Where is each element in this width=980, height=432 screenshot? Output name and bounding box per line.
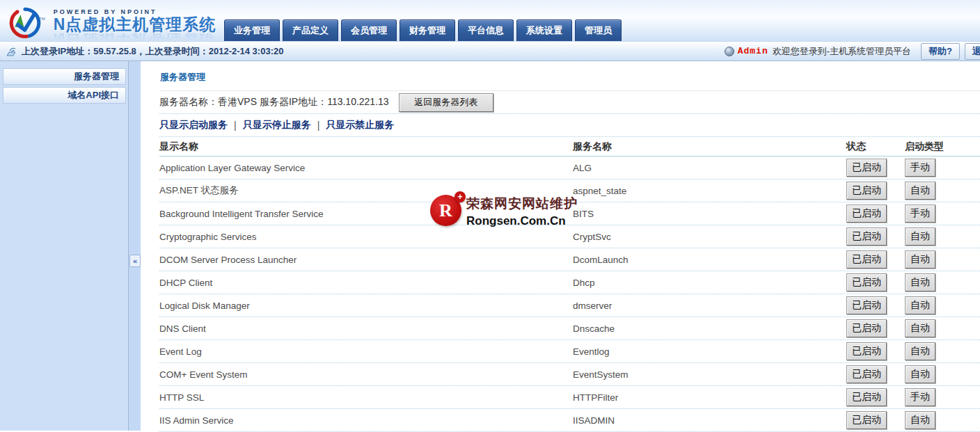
service-status-button[interactable]: 已启动 (846, 411, 887, 429)
service-name: EventSystem (573, 369, 846, 380)
service-display-name: DNS Client (159, 323, 573, 334)
table-row: Background Intelligent Transfer ServiceB… (159, 202, 980, 225)
service-status-button[interactable]: 已启动 (846, 159, 887, 177)
main-nav: 业务管理产品定义会员管理财务管理平台信息系统设置管理员 (224, 19, 624, 41)
startup-cell: 自动 (905, 319, 935, 337)
nav-tab-3[interactable]: 会员管理 (341, 19, 397, 41)
nav-tab-5[interactable]: 平台信息 (458, 19, 514, 41)
table-row: ASP.NET 状态服务aspnet_state已启动自动 (159, 179, 980, 202)
status-cell: 已启动 (846, 273, 887, 291)
startup-cell: 自动 (905, 365, 935, 383)
network-antenna-icon (6, 46, 17, 56)
admin-name: Admin (738, 46, 768, 56)
startup-cell: 手动 (905, 159, 935, 177)
service-startup-type-button[interactable]: 手动 (905, 388, 935, 406)
service-status-button[interactable]: 已启动 (846, 319, 887, 337)
startup-cell: 自动 (905, 296, 935, 314)
service-startup-type-button[interactable]: 自动 (905, 411, 935, 429)
filter-separator: | (234, 120, 237, 131)
service-display-name: Application Layer Gateway Service (159, 163, 573, 173)
startup-cell: 自动 (905, 250, 935, 269)
table-row: COM+ Event SystemEventSystem已启动自动 (159, 363, 980, 386)
service-name: dmserver (573, 301, 846, 311)
table-row: HTTP SSLHTTPFilter已启动手动 (159, 386, 980, 409)
service-display-name: Background Intelligent Transfer Service (159, 209, 573, 219)
service-startup-type-button[interactable]: 自动 (905, 296, 935, 314)
nav-tab-6[interactable]: 系统设置 (516, 19, 572, 41)
service-startup-type-button[interactable]: 自动 (905, 182, 935, 200)
table-row: DNS ClientDnscache已启动自动 (159, 317, 980, 340)
service-startup-type-button[interactable]: 自动 (905, 227, 935, 246)
service-display-name: Logical Disk Manager (159, 301, 573, 311)
service-display-name: DHCP Client (159, 278, 573, 288)
service-name: Dhcp (573, 278, 846, 288)
service-startup-type-button[interactable]: 自动 (905, 273, 935, 291)
sidebar: 服务器管理域名API接口 (0, 61, 128, 431)
sidebar-item-1[interactable]: 服务器管理 (3, 68, 126, 85)
service-status-button[interactable]: 已启动 (846, 182, 887, 200)
nav-tab-7[interactable]: 管理员 (575, 19, 622, 41)
filter-link-2[interactable]: 只显示停止服务 (243, 119, 311, 131)
service-status-button[interactable]: 已启动 (846, 342, 887, 360)
startup-cell: 自动 (905, 227, 935, 246)
table-row: Application Layer Gateway ServiceALG已启动手… (159, 157, 980, 179)
table-row: Cryptographic ServicesCryptSvc已启动自动 (159, 225, 980, 248)
service-display-name: HTTP SSL (159, 392, 573, 403)
service-startup-type-button[interactable]: 自动 (905, 365, 935, 383)
service-display-name: Event Log (159, 346, 573, 357)
column-header-startup-type: 启动类型 (905, 141, 980, 153)
service-startup-type-button[interactable]: 自动 (905, 319, 935, 337)
nav-tab-1[interactable]: 业务管理 (224, 19, 280, 41)
status-cell: 已启动 (846, 182, 887, 200)
collapse-sidebar-button[interactable]: « (129, 255, 141, 267)
column-header-service-name: 服务名称 (573, 141, 846, 153)
help-button[interactable]: 帮助? (921, 43, 960, 60)
sidebar-item-2[interactable]: 域名API接口 (3, 87, 126, 104)
service-status-button[interactable]: 已启动 (846, 365, 887, 383)
service-name: DcomLaunch (573, 255, 846, 265)
service-startup-type-button[interactable]: 手动 (905, 159, 935, 177)
table-row: DHCP ClientDhcp已启动自动 (159, 271, 980, 294)
last-login-info: 上次登录IP地址：59.57.25.8，上次登录时间：2012-2-14 3:0… (22, 45, 283, 58)
startup-cell: 自动 (905, 273, 935, 291)
service-startup-type-button[interactable]: 自动 (905, 250, 935, 269)
table-row: DCOM Server Process LauncherDcomLaunch已启… (159, 248, 980, 271)
content: 服务器管理 服务器名称：香港VPS 服务器IP地址：113.10.221.13 … (141, 61, 980, 431)
logo: TM POWERED BY NPOINT N点虚拟主机管理系统 N点虚拟主机管理… (8, 4, 216, 42)
service-status-button[interactable]: 已启动 (846, 388, 887, 406)
service-status-button[interactable]: 已启动 (846, 296, 887, 314)
status-cell: 已启动 (846, 411, 887, 429)
column-header-display-name: 显示名称 (159, 141, 573, 153)
status-cell: 已启动 (846, 159, 887, 177)
service-name: HTTPFilter (573, 392, 846, 403)
service-startup-type-button[interactable]: 自动 (905, 342, 935, 360)
service-startup-type-button[interactable]: 手动 (905, 205, 935, 223)
app-title-reflection: N点虚拟主机管理系统 (54, 33, 216, 42)
service-name: ALG (573, 163, 846, 173)
nav-tab-2[interactable]: 产品定义 (283, 19, 338, 41)
filter-link-1[interactable]: 只显示启动服务 (159, 119, 228, 131)
table-row: Logical Disk Managerdmserver已启动自动 (159, 294, 980, 317)
powered-by-text: POWERED BY NPOINT (54, 8, 216, 15)
service-status-button[interactable]: 已启动 (846, 227, 887, 246)
user-icon (725, 47, 734, 56)
table-row: IIS Admin ServiceIISADMIN已启动自动 (159, 409, 980, 432)
filter-links: 只显示启动服务|只显示停止服务|只显示禁止服务 (159, 114, 980, 137)
back-to-server-list-button[interactable]: 返回服务器列表 (399, 93, 493, 112)
service-status-button[interactable]: 已启动 (846, 273, 887, 291)
app-title: N点虚拟主机管理系统 (54, 15, 216, 33)
startup-cell: 手动 (905, 388, 935, 406)
startup-cell: 手动 (905, 205, 935, 223)
service-status-button[interactable]: 已启动 (846, 250, 887, 269)
nav-tab-4[interactable]: 财务管理 (400, 19, 455, 41)
filter-link-3[interactable]: 只显示禁止服务 (326, 119, 394, 131)
login-bar: 上次登录IP地址：59.57.25.8，上次登录时间：2012-2-14 3:0… (0, 42, 980, 61)
service-status-button[interactable]: 已启动 (846, 205, 887, 223)
sidebar-divider: « (128, 61, 141, 431)
logout-button[interactable]: 退出 (965, 43, 980, 60)
service-display-name: Cryptographic Services (159, 232, 573, 242)
startup-cell: 自动 (905, 342, 935, 360)
welcome-text: 欢迎您登录到-主机系统管理员平台 (773, 45, 911, 58)
table-header-row: 显示名称 服务名称 状态 启动类型 (159, 137, 980, 157)
app-header: TM POWERED BY NPOINT N点虚拟主机管理系统 N点虚拟主机管理… (0, 0, 980, 42)
